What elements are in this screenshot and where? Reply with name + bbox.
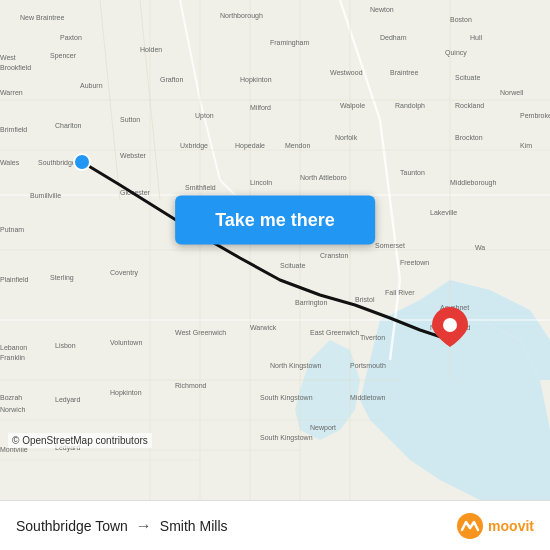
svg-text:Fall River: Fall River <box>385 289 415 296</box>
svg-text:Walpole: Walpole <box>340 102 365 110</box>
svg-text:Scituate: Scituate <box>455 74 480 81</box>
svg-text:Spencer: Spencer <box>50 52 77 60</box>
svg-text:Westwood: Westwood <box>330 69 363 76</box>
svg-text:Brimfield: Brimfield <box>0 126 27 133</box>
svg-text:North Attleboro: North Attleboro <box>300 174 347 181</box>
svg-text:Middleborough: Middleborough <box>450 179 496 187</box>
svg-point-111 <box>74 154 90 170</box>
svg-text:Paxton: Paxton <box>60 34 82 41</box>
svg-point-112 <box>443 318 457 332</box>
svg-text:Lincoln: Lincoln <box>250 179 272 186</box>
map-attribution: © OpenStreetMap contributors <box>8 433 152 448</box>
svg-text:Portsmouth: Portsmouth <box>350 362 386 369</box>
svg-text:East Greenwich: East Greenwich <box>310 329 360 336</box>
map-container: New Braintree Paxton Northborough Newton… <box>0 0 550 500</box>
svg-text:Brockton: Brockton <box>455 134 483 141</box>
svg-text:Ledyard: Ledyard <box>55 396 80 404</box>
svg-text:Upton: Upton <box>195 112 214 120</box>
svg-text:Scituate: Scituate <box>280 262 305 269</box>
svg-text:Lisbon: Lisbon <box>55 342 76 349</box>
svg-text:Norwich: Norwich <box>0 406 25 413</box>
svg-text:Sutton: Sutton <box>120 116 140 123</box>
svg-text:Somerset: Somerset <box>375 242 405 249</box>
svg-text:Franklin: Franklin <box>0 354 25 361</box>
svg-text:Warwick: Warwick <box>250 324 277 331</box>
svg-text:Milford: Milford <box>250 104 271 111</box>
svg-text:Richmond: Richmond <box>175 382 207 389</box>
svg-text:Taunton: Taunton <box>400 169 425 176</box>
svg-text:Uxbridge: Uxbridge <box>180 142 208 150</box>
svg-text:Bumillville: Bumillville <box>30 192 61 199</box>
destination-label: Smith Mills <box>160 518 228 534</box>
svg-text:Wa: Wa <box>475 244 485 251</box>
svg-text:Hopkinton: Hopkinton <box>240 76 272 84</box>
svg-text:Boston: Boston <box>450 16 472 23</box>
svg-text:Charlton: Charlton <box>55 122 82 129</box>
svg-text:Plainfield: Plainfield <box>0 276 29 283</box>
footer: Southbridge Town → Smith Mills moovit <box>0 500 550 550</box>
svg-text:Brookfield: Brookfield <box>0 64 31 71</box>
svg-text:Voluntown: Voluntown <box>110 339 142 346</box>
svg-text:Grafton: Grafton <box>160 76 183 83</box>
take-me-there-button[interactable]: Take me there <box>175 196 375 245</box>
svg-text:Randolph: Randolph <box>395 102 425 110</box>
svg-text:Lakeville: Lakeville <box>430 209 457 216</box>
svg-text:South Kingstown: South Kingstown <box>260 394 313 402</box>
svg-text:South Kingstown: South Kingstown <box>260 434 313 442</box>
svg-text:Auburn: Auburn <box>80 82 103 89</box>
svg-text:Norfolk: Norfolk <box>335 134 358 141</box>
svg-text:Newport: Newport <box>310 424 336 432</box>
svg-text:Braintree: Braintree <box>390 69 419 76</box>
svg-text:Rockland: Rockland <box>455 102 484 109</box>
svg-text:West: West <box>0 54 16 61</box>
svg-text:Wales: Wales <box>0 159 20 166</box>
svg-text:Framingham: Framingham <box>270 39 309 47</box>
svg-text:Kim: Kim <box>520 142 532 149</box>
moovit-icon <box>456 512 484 540</box>
svg-text:Mendon: Mendon <box>285 142 310 149</box>
svg-text:Northborough: Northborough <box>220 12 263 20</box>
svg-text:Newton: Newton <box>370 6 394 13</box>
svg-text:Sterling: Sterling <box>50 274 74 282</box>
svg-text:Lebanon: Lebanon <box>0 344 27 351</box>
svg-text:Cranston: Cranston <box>320 252 349 259</box>
svg-text:Smithfield: Smithfield <box>185 184 216 191</box>
moovit-logo: moovit <box>456 512 534 540</box>
svg-text:Bozrah: Bozrah <box>0 394 22 401</box>
svg-text:Freetown: Freetown <box>400 259 429 266</box>
svg-text:Hopkinton: Hopkinton <box>110 389 142 397</box>
svg-text:Middletown: Middletown <box>350 394 386 401</box>
svg-text:Hopedale: Hopedale <box>235 142 265 150</box>
svg-text:Bristol: Bristol <box>355 296 375 303</box>
svg-text:New Braintree: New Braintree <box>20 14 64 21</box>
svg-text:Hull: Hull <box>470 34 483 41</box>
route-info: Southbridge Town → Smith Mills <box>16 517 228 535</box>
svg-text:Warren: Warren <box>0 89 23 96</box>
svg-text:Webster: Webster <box>120 152 147 159</box>
svg-text:Holden: Holden <box>140 46 162 53</box>
svg-text:West Greenwich: West Greenwich <box>175 329 226 336</box>
arrow-icon: → <box>136 517 152 535</box>
svg-text:Southbridge: Southbridge <box>38 159 76 167</box>
origin-label: Southbridge Town <box>16 518 128 534</box>
svg-text:Dedham: Dedham <box>380 34 407 41</box>
svg-text:Coventry: Coventry <box>110 269 139 277</box>
svg-text:Pembroke: Pembroke <box>520 112 550 119</box>
svg-text:Norwell: Norwell <box>500 89 524 96</box>
moovit-text: moovit <box>488 518 534 534</box>
svg-text:Quincy: Quincy <box>445 49 467 57</box>
svg-text:North Kingstown: North Kingstown <box>270 362 321 370</box>
svg-text:Tiverton: Tiverton <box>360 334 385 341</box>
svg-text:Barrington: Barrington <box>295 299 327 307</box>
svg-text:Putnam: Putnam <box>0 226 24 233</box>
